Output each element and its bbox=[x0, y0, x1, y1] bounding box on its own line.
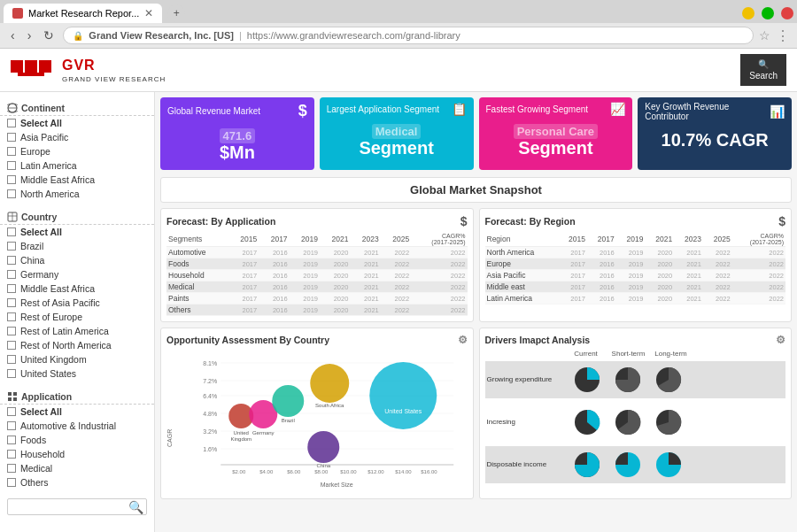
sidebar-item-rest-europe[interactable]: Rest of Europe bbox=[0, 310, 154, 324]
sidebar-item-brazil[interactable]: Brazil bbox=[0, 239, 154, 253]
sidebar-item-automotive[interactable]: Automotive & Industrial bbox=[0, 419, 154, 433]
sidebar-item-middle-east-africa[interactable]: Middle East Africa bbox=[0, 173, 154, 187]
checkbox-rest-latin[interactable] bbox=[7, 327, 16, 335]
url-input[interactable]: 🔒 Grand View Research, Inc. [US] | https… bbox=[63, 27, 754, 44]
sidebar-item-rest-asia[interactable]: Rest of Asia Pacific bbox=[0, 296, 154, 310]
checkbox-continent-selectall[interactable] bbox=[7, 119, 16, 127]
table-row: Middle east2017201620192020202120222022 bbox=[485, 281, 786, 293]
kpi-sub-3: Personal Care bbox=[486, 125, 626, 138]
checkbox-germany[interactable] bbox=[7, 270, 16, 279]
checkbox-china[interactable] bbox=[7, 256, 16, 265]
row-value: 2022 bbox=[732, 293, 785, 305]
checkbox-rest-north[interactable] bbox=[7, 341, 16, 350]
row-label: Europe bbox=[485, 258, 559, 270]
row-value: 2019 bbox=[290, 247, 320, 258]
row-value: 2020 bbox=[320, 281, 350, 293]
sidebar-item-medical[interactable]: Medical bbox=[0, 461, 154, 475]
checkbox-uk[interactable] bbox=[7, 355, 16, 364]
sidebar-item-continent-selectall[interactable]: Select All bbox=[0, 116, 154, 130]
sidebar-item-germany[interactable]: Germany bbox=[0, 267, 154, 281]
url-full-label: https://www.grandviewresearch.com/grand-… bbox=[247, 30, 460, 41]
opportunity-gear-icon[interactable]: ⚙ bbox=[458, 334, 468, 346]
minimize-button[interactable]: — bbox=[742, 7, 754, 19]
checkbox-automotive[interactable] bbox=[7, 421, 16, 430]
rest-europe-label: Rest of Europe bbox=[20, 312, 82, 322]
row-value: 2022 bbox=[703, 270, 732, 281]
checkbox-middle-east-africa[interactable] bbox=[7, 175, 16, 184]
bookmark-button[interactable]: ☆ bbox=[759, 28, 770, 42]
sidebar-item-uk[interactable]: United Kingdom bbox=[0, 352, 154, 366]
sidebar-item-foods[interactable]: Foods bbox=[0, 433, 154, 447]
sidebar-item-china[interactable]: China bbox=[0, 253, 154, 267]
sidebar-search-input[interactable] bbox=[7, 498, 147, 515]
sidebar-item-country-selectall[interactable]: Select AlI bbox=[0, 225, 154, 239]
row-value: 2021 bbox=[350, 258, 380, 270]
driver-label-disposable: Disposable income bbox=[487, 460, 571, 469]
bottom-row: Opportunity Assessment By Country ⚙ CAGR… bbox=[160, 328, 792, 499]
sidebar-item-latin-america[interactable]: Latin America bbox=[0, 158, 154, 173]
opportunity-chart-container: CAGR 8.1% 7.2% 6.4% 4.8% 3.2% 1.6% bbox=[166, 350, 468, 493]
driver-charts-increasing bbox=[571, 406, 685, 438]
row-value: 2022 bbox=[411, 305, 467, 316]
sidebar-item-middle-east-africa-c[interactable]: Middle East Africa bbox=[0, 281, 154, 296]
driver-label-increasing: Incresing bbox=[487, 418, 571, 427]
row-value: 2017 bbox=[228, 247, 259, 258]
sidebar-search-wrap: 🔍 bbox=[0, 493, 154, 520]
checkbox-rest-asia[interactable] bbox=[7, 298, 16, 307]
sidebar-item-household[interactable]: Household bbox=[0, 447, 154, 461]
y-axis-container: CAGR bbox=[166, 350, 173, 493]
svg-text:$4.00: $4.00 bbox=[259, 469, 274, 474]
checkbox-others[interactable] bbox=[7, 478, 16, 487]
checkbox-us[interactable] bbox=[7, 369, 16, 378]
middle-east-africa-label: Middle East Africa bbox=[20, 174, 95, 185]
rest-latin-label: Rest of Latin America bbox=[20, 326, 109, 336]
checkbox-europe[interactable] bbox=[7, 147, 16, 156]
sidebar-item-rest-north[interactable]: Rest of North America bbox=[0, 338, 154, 352]
close-button[interactable]: ✕ bbox=[781, 7, 793, 19]
table-row: Others2017201620192020202120222022 bbox=[166, 305, 468, 316]
forward-button[interactable]: › bbox=[24, 27, 35, 44]
checkbox-latin-america[interactable] bbox=[7, 161, 16, 170]
sidebar-item-asia-pacific[interactable]: Asia Pacific bbox=[0, 130, 154, 144]
table-row: Paints2017201620192020202120222022 bbox=[166, 293, 468, 305]
menu-button[interactable]: ⋮ bbox=[776, 27, 790, 44]
continent-icon bbox=[7, 103, 18, 113]
app-body: Continent Select All Asia Pacific Europe… bbox=[0, 92, 797, 532]
drivers-gear-icon[interactable]: ⚙ bbox=[776, 334, 785, 346]
checkbox-brazil[interactable] bbox=[7, 242, 16, 251]
checkbox-mea-country[interactable] bbox=[7, 284, 16, 293]
sidebar-item-rest-latin[interactable]: Rest of Latin America bbox=[0, 324, 154, 338]
sidebar-item-north-america[interactable]: North America bbox=[0, 187, 154, 201]
forecast-application-panel: Forecast: By Application $ Segments 2015… bbox=[160, 208, 474, 322]
checkbox-country-selectall[interactable] bbox=[7, 227, 16, 236]
checkbox-medical[interactable] bbox=[7, 464, 16, 473]
sidebar-item-others[interactable]: Others bbox=[0, 475, 154, 490]
tab-close-button[interactable]: ✕ bbox=[144, 7, 153, 19]
kpi-header-1: Global Revenue Market $ bbox=[160, 97, 314, 125]
sidebar-item-us[interactable]: United States bbox=[0, 366, 154, 381]
pie-current-growing bbox=[571, 364, 603, 396]
sidebar-item-app-selectall[interactable]: Select All bbox=[0, 405, 154, 419]
refresh-button[interactable]: ↻ bbox=[40, 27, 58, 44]
europe-label: Europe bbox=[20, 146, 50, 157]
kpi-body-3: Personal Care Segment bbox=[479, 120, 633, 166]
country-label: Country bbox=[21, 212, 57, 222]
col-short-term: Short-term bbox=[612, 350, 646, 358]
back-button[interactable]: ‹ bbox=[7, 27, 19, 44]
maximize-button[interactable]: □ bbox=[762, 7, 774, 19]
checkbox-asia-pacific[interactable] bbox=[7, 133, 16, 142]
svg-point-35 bbox=[369, 362, 437, 429]
svg-text:Kingdom: Kingdom bbox=[230, 436, 251, 442]
sidebar-item-europe[interactable]: Europe bbox=[0, 144, 154, 158]
checkbox-foods[interactable] bbox=[7, 436, 16, 444]
active-tab[interactable]: Market Research Repor... ✕ bbox=[4, 4, 162, 23]
row-value: 2016 bbox=[587, 258, 616, 270]
row-label: Latin America bbox=[485, 293, 559, 305]
header-search-button[interactable]: 🔍 Search bbox=[740, 54, 786, 86]
opportunity-panel: Opportunity Assessment By Country ⚙ CAGR… bbox=[160, 328, 474, 499]
new-tab-button[interactable]: + bbox=[167, 4, 185, 22]
checkbox-rest-europe[interactable] bbox=[7, 312, 16, 321]
checkbox-app-selectall[interactable] bbox=[7, 407, 16, 416]
checkbox-north-america[interactable] bbox=[7, 189, 16, 198]
checkbox-household[interactable] bbox=[7, 450, 16, 459]
